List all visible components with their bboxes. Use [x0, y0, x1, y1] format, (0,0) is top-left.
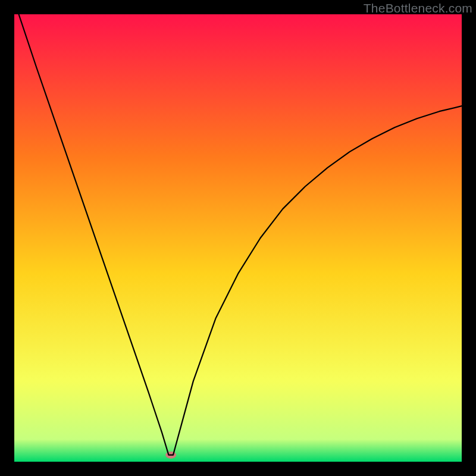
- chart-svg: [14, 14, 462, 462]
- chart-frame: TheBottleneck.com: [0, 0, 476, 476]
- watermark-text: TheBottleneck.com: [364, 1, 472, 15]
- gradient-background: [14, 14, 462, 462]
- plot-area: [14, 14, 462, 462]
